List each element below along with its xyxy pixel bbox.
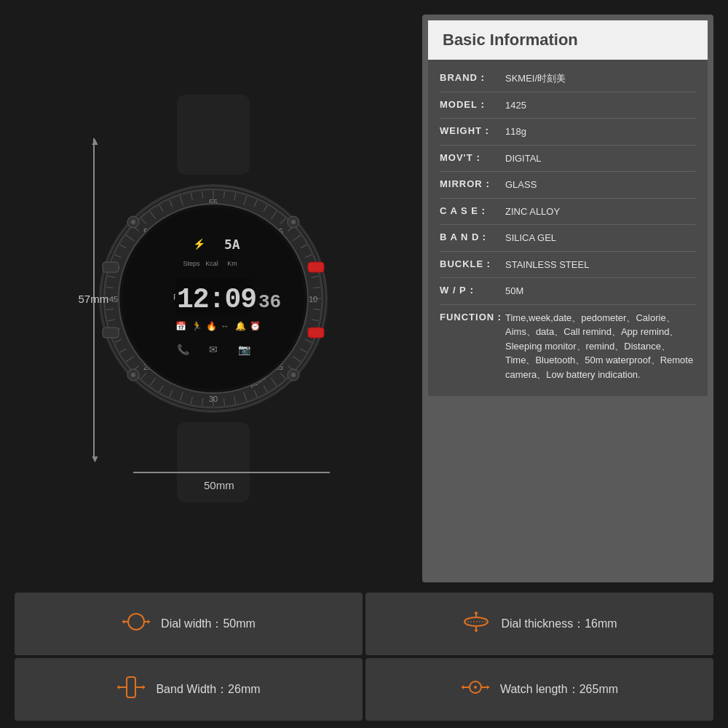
dim-height-label: 57mm bbox=[79, 293, 109, 305]
watch-svg: 55 05 10 15 30 25 45 50 LIGHT RESET bbox=[90, 95, 337, 502]
stat-card-3: Watch length：265mm bbox=[365, 658, 713, 721]
svg-text:✉: ✉ bbox=[209, 344, 218, 355]
info-row-2: WEIGHT： 118g bbox=[440, 119, 696, 146]
stat-icon-1 bbox=[462, 609, 491, 640]
watch-area: ▲ ▼ 57mm 50mm bbox=[15, 15, 411, 582]
svg-marker-109 bbox=[122, 620, 124, 624]
svg-marker-126 bbox=[487, 685, 489, 689]
info-rows: BRAND： SKMEI/时刻美 MODEL： 1425 WEIGHT： 118… bbox=[428, 60, 708, 396]
stat-label-2: Band Width：26mm bbox=[156, 682, 260, 697]
info-row-label-0: BRAND： bbox=[440, 71, 505, 84]
info-panel: Basic Information BRAND： SKMEI/时刻美 MODEL… bbox=[422, 15, 713, 582]
info-row-value-2: 118g bbox=[505, 124, 696, 139]
info-row-7: BUCKLE： STAINLESS STEEL bbox=[440, 252, 696, 279]
svg-text:Km: Km bbox=[227, 260, 237, 267]
info-row-5: C A S E： ZINC ALLOY bbox=[440, 199, 696, 226]
info-row-6: B A N D： SILICA GEL bbox=[440, 225, 696, 252]
svg-text:📞: 📞 bbox=[176, 344, 189, 356]
info-title-bar: Basic Information bbox=[428, 20, 708, 60]
svg-text:10: 10 bbox=[308, 295, 317, 304]
info-row-label-9: FUNCTION： bbox=[440, 311, 505, 324]
svg-point-106 bbox=[128, 614, 144, 630]
info-row-value-8: 50M bbox=[505, 284, 696, 298]
svg-text:Steps: Steps bbox=[183, 260, 200, 267]
stat-icon-3 bbox=[461, 674, 490, 705]
info-row-label-1: MODEL： bbox=[440, 98, 505, 111]
svg-text:⏰: ⏰ bbox=[250, 320, 261, 331]
info-row-value-6: SILICA GEL bbox=[505, 231, 696, 245]
svg-text:5A: 5A bbox=[224, 237, 240, 252]
stat-label-1: Dial thickness：16mm bbox=[501, 617, 617, 632]
info-row-1: MODEL： 1425 bbox=[440, 92, 696, 119]
svg-text:Kcal: Kcal bbox=[205, 260, 218, 267]
info-title: Basic Information bbox=[443, 31, 693, 50]
info-row-4: MIRROR： GLASS bbox=[440, 172, 696, 199]
stat-card-1: Dial thickness：16mm bbox=[365, 593, 713, 655]
info-row-label-2: WEIGHT： bbox=[440, 124, 505, 138]
svg-point-127 bbox=[474, 686, 477, 689]
stat-card-0: Dial width：50mm bbox=[15, 593, 363, 655]
arrow-bottom: ▼ bbox=[90, 453, 100, 464]
info-row-label-6: B A N D： bbox=[440, 231, 505, 244]
svg-rect-78 bbox=[308, 262, 324, 272]
stat-label-0: Dial width：50mm bbox=[161, 617, 256, 632]
svg-marker-125 bbox=[462, 685, 464, 689]
svg-marker-121 bbox=[143, 685, 145, 689]
stat-card-2: Band Width：26mm bbox=[15, 658, 363, 721]
dimension-line-horizontal bbox=[133, 472, 330, 473]
info-row-value-4: GLASS bbox=[505, 178, 696, 192]
info-row-value-3: DIGITAL bbox=[505, 151, 696, 166]
svg-point-85 bbox=[131, 373, 135, 377]
svg-rect-117 bbox=[127, 677, 135, 697]
svg-marker-110 bbox=[148, 620, 150, 624]
svg-text:🏃: 🏃 bbox=[191, 320, 202, 331]
info-row-8: W / P： 50M bbox=[440, 278, 696, 305]
svg-text:30: 30 bbox=[208, 395, 217, 403]
svg-point-87 bbox=[291, 373, 296, 377]
svg-rect-79 bbox=[308, 328, 324, 338]
info-row-value-7: STAINLESS STEEL bbox=[505, 258, 696, 272]
svg-marker-120 bbox=[117, 685, 119, 689]
info-row-value-1: 1425 bbox=[505, 98, 696, 113]
info-row-label-3: MOV'T： bbox=[440, 151, 505, 165]
main-container: ▲ ▼ 57mm 50mm bbox=[0, 0, 728, 728]
svg-text:🔔: 🔔 bbox=[235, 320, 246, 331]
svg-point-81 bbox=[131, 220, 135, 224]
info-row-value-5: ZINC ALLOY bbox=[505, 205, 696, 219]
info-row-value-9: Time,week,date、pedometer、Calorie、Aims、da… bbox=[505, 311, 696, 382]
svg-point-83 bbox=[291, 220, 296, 224]
info-row-label-5: C A S E： bbox=[440, 205, 505, 218]
arrow-top: ▲ bbox=[90, 135, 100, 147]
svg-text:36: 36 bbox=[258, 291, 281, 313]
dim-width-label: 50mm bbox=[204, 479, 234, 491]
svg-text:⚡: ⚡ bbox=[192, 238, 205, 250]
info-panel-inner: Basic Information BRAND： SKMEI/时刻美 MODEL… bbox=[428, 20, 708, 396]
svg-rect-77 bbox=[103, 328, 119, 338]
svg-text:📷: 📷 bbox=[237, 344, 250, 356]
svg-text:🔥: 🔥 bbox=[206, 320, 217, 331]
info-row-0: BRAND： SKMEI/时刻美 bbox=[440, 66, 696, 92]
svg-rect-0 bbox=[177, 95, 250, 175]
svg-text:45: 45 bbox=[108, 295, 117, 304]
bottom-section: Dial width：50mm Dial thickness：16mm Band… bbox=[0, 590, 728, 728]
info-row-value-0: SKMEI/时刻美 bbox=[505, 71, 696, 86]
top-section: ▲ ▼ 57mm 50mm bbox=[0, 0, 728, 590]
info-row-9: FUNCTION： Time,week,date、pedometer、Calor… bbox=[440, 305, 696, 388]
svg-text:12:09: 12:09 bbox=[177, 284, 256, 315]
stat-label-3: Watch length：265mm bbox=[500, 682, 618, 697]
info-row-label-8: W / P： bbox=[440, 284, 505, 297]
svg-text:📅: 📅 bbox=[175, 320, 186, 331]
watch-display: ▲ ▼ 57mm 50mm bbox=[75, 80, 352, 517]
stat-icon-2 bbox=[116, 674, 146, 705]
info-row-3: MOV'T： DIGITAL bbox=[440, 146, 696, 173]
svg-rect-76 bbox=[103, 262, 119, 272]
info-row-label-7: BUCKLE： bbox=[440, 258, 505, 271]
info-row-label-4: MIRROR： bbox=[440, 178, 505, 191]
svg-marker-115 bbox=[474, 612, 478, 614]
svg-marker-116 bbox=[474, 630, 478, 632]
stat-icon-0 bbox=[122, 609, 151, 640]
svg-text:↔: ↔ bbox=[221, 321, 229, 331]
